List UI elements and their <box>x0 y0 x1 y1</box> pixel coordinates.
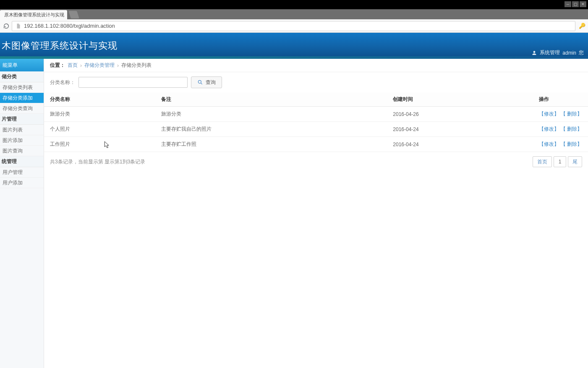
th-remark: 备注 <box>155 92 387 107</box>
reload-button[interactable] <box>3 22 10 30</box>
delete-link[interactable]: 【 删除】 <box>561 126 582 132</box>
cell-date: 2016-04-24 <box>387 137 533 152</box>
search-input[interactable] <box>78 77 188 88</box>
search-button[interactable]: 查询 <box>191 76 222 88</box>
cell-remark: 主要存贮我自己的照片 <box>155 122 387 137</box>
table-row: 工作照片 主要存贮工作照 2016-04-24 【修改】 【 删除】 <box>44 137 588 152</box>
pagination: 共3条记录，当前显示第 显示第1到3条记录 首页 1 尾 <box>44 152 588 171</box>
new-tab-button[interactable] <box>68 11 79 18</box>
breadcrumb: 位置： 首页 › 存储分类管理 › 存储分类列表 <box>44 59 588 72</box>
cell-name: 旅游分类 <box>44 107 155 122</box>
content-area: 位置： 首页 › 存储分类管理 › 存储分类列表 分类名称： 查询 分类名称 备… <box>44 59 588 368</box>
table-row: 旅游分类 旅游分类 2016-04-26 【修改】 【 删除】 <box>44 107 588 122</box>
sidebar-group-image[interactable]: 片管理 <box>0 114 44 125</box>
table-row: 个人照片 主要存贮我自己的照片 2016-04-24 【修改】 【 删除】 <box>44 122 588 137</box>
svg-line-2 <box>201 83 202 84</box>
th-name: 分类名称 <box>44 92 155 107</box>
breadcrumb-section[interactable]: 存储分类管理 <box>84 62 115 69</box>
sidebar: 能菜单 储分类 存储分类列表 存储分类添加 存储分类查询 片管理 图片列表 图片… <box>0 59 44 368</box>
delete-link[interactable]: 【 删除】 <box>561 111 582 117</box>
cell-remark: 旅游分类 <box>155 107 387 122</box>
pager-first-button[interactable]: 首页 <box>533 156 552 167</box>
user-role: 系统管理 <box>540 49 560 56</box>
browser-toolbar: 192.168.1.102:8080/txgl/admin.action 🔑 <box>0 19 588 33</box>
search-button-label: 查询 <box>206 79 216 86</box>
sidebar-group-storage[interactable]: 储分类 <box>0 71 44 82</box>
edit-link[interactable]: 【修改】 <box>539 141 559 147</box>
cell-date: 2016-04-24 <box>387 122 533 137</box>
sidebar-item-storage-list[interactable]: 存储分类列表 <box>0 82 44 93</box>
search-label: 分类名称： <box>50 79 75 86</box>
category-table: 分类名称 备注 创建时间 操作 旅游分类 旅游分类 2016-04-26 【修改… <box>44 92 588 152</box>
browser-tab-strip: 原木图像管理系统设计与实现 × <box>0 9 588 19</box>
sidebar-group-system[interactable]: 统管理 <box>0 156 44 167</box>
url-text: 192.168.1.102:8080/txgl/admin.action <box>24 23 115 29</box>
sidebar-item-storage-query[interactable]: 存储分类查询 <box>0 103 44 114</box>
cell-name: 工作照片 <box>44 137 155 152</box>
edit-link[interactable]: 【修改】 <box>539 126 559 132</box>
pager-last-button[interactable]: 尾 <box>568 156 582 167</box>
breadcrumb-home[interactable]: 首页 <box>68 62 78 69</box>
page-icon <box>16 23 21 29</box>
sidebar-item-user-add[interactable]: 用户添加 <box>0 178 44 188</box>
pager-info: 共3条记录，当前显示第 显示第1到3条记录 <box>50 158 145 166</box>
pager-page-1[interactable]: 1 <box>554 156 566 167</box>
th-action: 操作 <box>533 92 588 107</box>
sidebar-heading: 能菜单 <box>0 59 44 71</box>
window-minimize-button[interactable]: ─ <box>564 1 571 7</box>
search-bar: 分类名称： 查询 <box>44 72 588 92</box>
sidebar-item-image-list[interactable]: 图片列表 <box>0 125 44 135</box>
address-bar[interactable]: 192.168.1.102:8080/txgl/admin.action <box>12 21 575 31</box>
app-title: 木图像管理系统设计与实现 <box>2 39 118 52</box>
browser-tab-title: 原木图像管理系统设计与实现 <box>4 12 64 18</box>
th-date: 创建时间 <box>387 92 533 107</box>
cell-date: 2016-04-26 <box>387 107 533 122</box>
breadcrumb-current: 存储分类列表 <box>121 62 152 69</box>
sidebar-item-image-add[interactable]: 图片添加 <box>0 135 44 146</box>
cell-name: 个人照片 <box>44 122 155 137</box>
search-icon <box>197 79 203 85</box>
sidebar-item-image-query[interactable]: 图片查询 <box>0 146 44 156</box>
browser-tab[interactable]: 原木图像管理系统设计与实现 × <box>0 10 67 19</box>
edit-link[interactable]: 【修改】 <box>539 111 559 117</box>
breadcrumb-label: 位置： <box>50 62 65 69</box>
window-maximize-button[interactable]: ▢ <box>572 1 579 7</box>
svg-point-1 <box>198 80 201 83</box>
reload-icon <box>3 23 10 29</box>
user-info: 系统管理 admin 您 <box>531 49 584 56</box>
tab-close-icon[interactable]: × <box>61 12 64 17</box>
key-icon[interactable]: 🔑 <box>579 23 585 29</box>
sidebar-item-storage-add[interactable]: 存储分类添加 <box>0 93 44 103</box>
user-suffix: 您 <box>579 49 584 56</box>
user-icon <box>531 50 537 56</box>
svg-point-0 <box>533 51 536 53</box>
cell-remark: 主要存贮工作照 <box>155 137 387 152</box>
app-header: 木图像管理系统设计与实现 系统管理 admin 您 <box>0 33 588 59</box>
sidebar-item-user-manage[interactable]: 用户管理 <box>0 167 44 178</box>
window-titlebar: ─ ▢ ✕ <box>0 0 588 9</box>
user-name: admin <box>562 50 576 56</box>
window-close-button[interactable]: ✕ <box>580 1 586 7</box>
delete-link[interactable]: 【 删除】 <box>561 141 582 147</box>
